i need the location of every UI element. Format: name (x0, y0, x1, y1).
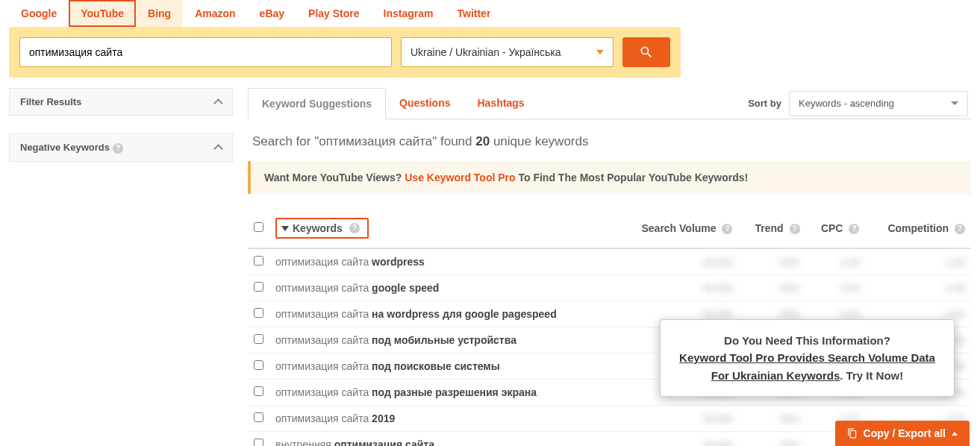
help-icon: ? (955, 224, 965, 234)
keyword-cell: внутренняя оптимизация сайта (269, 432, 617, 447)
row-checkbox[interactable] (254, 386, 263, 396)
keyword-cell: оптимизация сайта под мобильные устройст… (269, 327, 617, 354)
search-volume-cell: 00,000 (617, 406, 738, 432)
locale-select[interactable]: Ukraine / Ukrainian - Українська (401, 37, 614, 67)
chevron-up-icon (952, 432, 958, 436)
chevron-down-icon (596, 50, 604, 54)
search-icon (639, 45, 654, 60)
tab-youtube[interactable]: YouTube (69, 0, 136, 27)
keyword-input[interactable] (19, 37, 392, 67)
tab-bing[interactable]: Bing (136, 0, 183, 27)
negative-keywords-panel[interactable]: Negative Keywords? (9, 134, 233, 162)
sort-control: Sort by Keywords - ascending (748, 91, 971, 116)
trend-cell: 00% (738, 406, 805, 432)
sort-desc-icon (281, 226, 289, 231)
keyword-cell: оптимизация сайта на wordpress для googl… (269, 301, 617, 327)
keyword-cell: оптимизация сайта wordpress (269, 248, 617, 275)
col-keywords[interactable]: Keywords? (269, 209, 617, 248)
keyword-cell: оптимизация сайта google speed (269, 275, 617, 301)
tab-instagram[interactable]: Instagram (372, 0, 446, 27)
promo-link[interactable]: Use Keyword Tool Pro (405, 172, 515, 183)
tab-twitter[interactable]: Twitter (445, 0, 502, 27)
search-volume-cell: 00,000 (617, 248, 738, 275)
trend-cell: 00% (738, 275, 805, 301)
help-icon: ? (113, 143, 123, 154)
search-volume-cell: 00,000 (617, 275, 738, 301)
col-competition[interactable]: Competition ? (865, 209, 971, 248)
row-checkbox[interactable] (254, 360, 263, 370)
table-row: оптимизация сайта wordpress00,00000%0.00… (248, 248, 971, 275)
sort-value: Keywords - ascending (799, 98, 894, 109)
upsell-overlay: Do You Need This Information? Keyword To… (660, 319, 955, 397)
tab-questions[interactable]: Questions (386, 88, 464, 119)
export-label: Copy / Export all (864, 427, 946, 439)
select-all-checkbox[interactable] (254, 222, 263, 232)
col-trend[interactable]: Trend ? (738, 209, 805, 248)
filter-results-panel[interactable]: Filter Results (9, 88, 233, 116)
help-icon: ? (849, 224, 859, 234)
keyword-cell: оптимизация сайта 2019 (269, 406, 617, 432)
competition-cell: 0.00 (865, 248, 971, 275)
tab-hashtags[interactable]: Hashtags (464, 88, 538, 119)
sort-label: Sort by (748, 98, 781, 109)
tab-amazon[interactable]: Amazon (183, 0, 247, 27)
col-cpc[interactable]: CPC ? (806, 209, 866, 248)
help-icon: ? (349, 223, 360, 233)
tab-keyword-suggestions[interactable]: Keyword Suggestions (248, 88, 386, 119)
trend-cell: 00% (738, 248, 805, 275)
chevron-down-icon (951, 101, 958, 105)
sort-select[interactable]: Keywords - ascending (789, 91, 968, 116)
row-checkbox[interactable] (254, 334, 263, 344)
copy-icon (847, 428, 858, 439)
help-icon: ? (722, 224, 732, 234)
competition-cell: 0.00 (865, 275, 971, 301)
export-button[interactable]: Copy / Export all (835, 421, 970, 446)
search-panel: Ukraine / Ukrainian - Українська (9, 27, 681, 78)
row-checkbox[interactable] (254, 439, 263, 446)
source-tabs: Google YouTube Bing Amazon eBay Play Sto… (0, 0, 980, 27)
trend-cell: 00% (738, 432, 805, 447)
locale-value: Ukraine / Ukrainian - Українська (411, 46, 561, 58)
keyword-cell: оптимизация сайта под поисковые системы (269, 354, 617, 380)
keyword-cell: оптимизация сайта под разные разрешения … (269, 380, 617, 406)
row-checkbox[interactable] (254, 412, 263, 422)
tab-ebay[interactable]: eBay (248, 0, 296, 27)
negative-keywords-label: Negative Keywords? (20, 142, 123, 154)
result-tabs: Keyword Suggestions Questions Hashtags (248, 88, 538, 119)
col-search-volume[interactable]: Search Volume ? (617, 209, 738, 248)
filter-results-label: Filter Results (20, 96, 81, 107)
row-checkbox[interactable] (254, 308, 263, 318)
results-summary: Search for "оптимизация сайта" found 20 … (248, 119, 971, 161)
main-content: Keyword Suggestions Questions Hashtags S… (248, 88, 971, 446)
tab-playstore[interactable]: Play Store (296, 0, 371, 27)
search-volume-cell: 00,000 (617, 432, 738, 447)
row-checkbox[interactable] (254, 256, 263, 266)
chevron-up-icon (213, 144, 223, 154)
cpc-cell: 0.00 (806, 248, 866, 275)
chevron-up-icon (213, 98, 223, 108)
search-button[interactable] (622, 37, 670, 67)
table-row: оптимизация сайта google speed00,00000%0… (248, 275, 971, 301)
cpc-cell: 0.00 (806, 275, 866, 301)
row-checkbox[interactable] (254, 282, 263, 292)
overlay-heading: Do You Need This Information? (675, 332, 939, 349)
help-icon: ? (790, 224, 800, 234)
promo-banner: Want More YouTube Views? Use Keyword Too… (248, 161, 971, 194)
tab-google[interactable]: Google (9, 0, 69, 27)
sidebar: Filter Results Negative Keywords? (9, 88, 233, 162)
